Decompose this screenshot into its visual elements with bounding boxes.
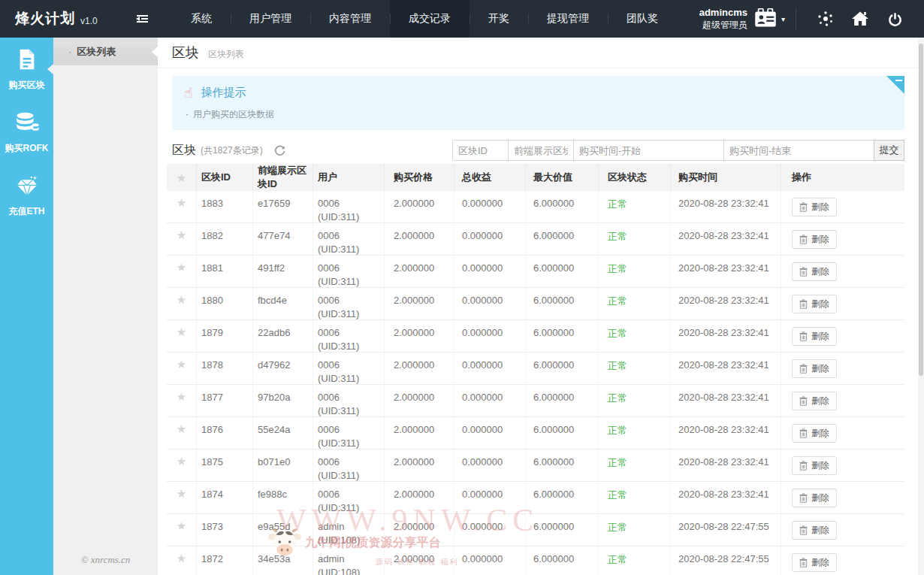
display-block-id: b071e0: [253, 449, 313, 481]
user-cell: admin (UID:108): [313, 546, 385, 575]
total-profit: 0.000000: [454, 256, 526, 287]
user-info: admincms 超级管理员: [699, 7, 747, 30]
favorite-star-icon[interactable]: ★: [177, 262, 186, 287]
user-menu[interactable]: admincms 超级管理员 ▾: [699, 7, 785, 30]
id-card-icon: [754, 8, 777, 30]
delete-button[interactable]: 删除: [792, 456, 837, 475]
user-role: 超级管理员: [699, 20, 747, 31]
nav-item[interactable]: 成交记录: [390, 0, 470, 38]
max-value: 6.000000: [526, 191, 599, 222]
max-value: 6.000000: [526, 514, 599, 546]
status-badge: 正常: [608, 554, 627, 565]
trash-icon: [799, 396, 808, 406]
delete-button[interactable]: 删除: [792, 521, 837, 540]
status-badge: 正常: [608, 360, 627, 371]
delete-button[interactable]: 删除: [792, 230, 837, 249]
buy-time: 2020-08-28 23:32:41: [671, 353, 781, 384]
user-name: 0006: [318, 327, 384, 338]
delete-button[interactable]: 删除: [792, 198, 837, 216]
favorite-star-icon[interactable]: ★: [177, 359, 186, 384]
power-icon[interactable]: [886, 10, 904, 28]
user-uid: (UID:311): [318, 373, 384, 384]
display-block-input[interactable]: [508, 140, 574, 161]
buy-price: 2.000000: [385, 288, 454, 319]
favorite-star-icon[interactable]: ★: [177, 552, 186, 575]
module-sidebar: 购买区块 购买ROFK 充值ETH: [0, 38, 53, 575]
total-profit: 0.000000: [454, 223, 526, 255]
delete-button[interactable]: 删除: [792, 359, 837, 378]
user-name: 0006: [318, 359, 384, 371]
user-name: 0006: [318, 198, 384, 209]
nav-item[interactable]: 内容管理: [310, 0, 390, 38]
block-id: 1882: [197, 223, 253, 255]
favorite-star-icon[interactable]: ★: [177, 326, 186, 352]
favorite-star-icon[interactable]: ★: [177, 294, 186, 319]
sidebar-item-buy-rofk[interactable]: 购买ROFK: [0, 101, 53, 164]
max-value: 6.000000: [526, 417, 599, 449]
max-value: 6.000000: [526, 353, 599, 384]
status-badge: 正常: [608, 489, 627, 501]
active-arrow: [47, 64, 53, 74]
home-icon[interactable]: [851, 10, 869, 28]
submenu-item-block-list[interactable]: · 区块列表: [53, 38, 158, 65]
block-id: 1880: [197, 288, 253, 319]
table-row: ★ 1875 b071e0 0006 (UID:311) 2.000000 0.…: [167, 449, 904, 482]
database-icon: [14, 110, 40, 138]
total-profit: 0.000000: [454, 288, 526, 319]
favorite-star-icon[interactable]: ★: [177, 455, 186, 481]
delete-button[interactable]: 删除: [792, 327, 837, 346]
buy-time-end-input[interactable]: [723, 140, 874, 161]
favorite-star-icon[interactable]: ★: [177, 197, 186, 222]
copyright: © xnrcms.cn: [53, 554, 158, 566]
delete-button[interactable]: 删除: [792, 424, 837, 443]
favorite-star-icon[interactable]: ★: [177, 423, 186, 449]
buy-time-start-input[interactable]: [573, 140, 724, 161]
record-count: (共1827条记录): [201, 144, 263, 157]
table-toolbar: 区块 (共1827条记录) 提交: [172, 140, 904, 161]
nav-item[interactable]: 开奖: [470, 0, 528, 38]
sidebar-item-recharge-eth[interactable]: 充值ETH: [0, 164, 53, 227]
block-id: 1876: [197, 417, 253, 449]
display-block-id: fe988c: [253, 482, 313, 513]
nav-item[interactable]: 用户管理: [231, 0, 310, 38]
favorite-star-icon[interactable]: ★: [177, 488, 186, 513]
table-header: ★ 区块ID 前端展示区块ID 用户 购买价格 总收益 最大价值 区块状态 购买…: [167, 164, 904, 191]
block-id: 1873: [197, 514, 253, 546]
display-block-id: 55e24a: [253, 417, 313, 449]
user-name: 0006: [318, 424, 384, 435]
nav-item[interactable]: 系统: [172, 0, 231, 38]
col-profit: 总收益: [454, 164, 526, 191]
display-block-id: 477e74: [253, 223, 313, 255]
collapse-toggle-icon[interactable]: [886, 76, 904, 94]
scrollbar-thumb[interactable]: [919, 44, 923, 376]
nav-item[interactable]: 团队奖: [608, 0, 677, 38]
delete-button[interactable]: 删除: [792, 392, 837, 410]
nav-item[interactable]: 提现管理: [528, 0, 608, 38]
sidebar-collapse-icon[interactable]: [126, 0, 159, 38]
favorite-star-icon[interactable]: ★: [177, 229, 186, 255]
status-badge: 正常: [608, 295, 627, 307]
table-row: ★ 1874 fe988c 0006 (UID:311) 2.000000 0.…: [167, 482, 904, 514]
buy-time: 2020-08-28 23:32:41: [671, 320, 781, 352]
breadcrumb: 区块 区块列表: [158, 38, 918, 68]
submit-button[interactable]: 提交: [874, 140, 904, 161]
block-id: 1883: [197, 191, 253, 222]
delete-button[interactable]: 删除: [792, 295, 837, 313]
user-uid: (UID:108): [318, 567, 384, 575]
app-version: v1.0: [80, 16, 98, 26]
max-value: 6.000000: [526, 320, 599, 352]
refresh-icon[interactable]: [274, 145, 285, 156]
delete-button[interactable]: 删除: [792, 553, 837, 572]
block-id-input[interactable]: [452, 140, 509, 161]
favorite-star-icon[interactable]: ★: [177, 520, 186, 546]
user-name: admincms: [699, 7, 747, 19]
sidebar-item-buy-block[interactable]: 购买区块: [0, 38, 53, 101]
trash-icon: [799, 428, 808, 438]
favorite-star-icon[interactable]: ★: [177, 391, 186, 416]
clear-cache-icon[interactable]: [817, 10, 835, 28]
buy-price: 2.000000: [385, 514, 454, 546]
delete-button[interactable]: 删除: [792, 262, 837, 281]
table-row: ★ 1878 d47962 0006 (UID:311) 2.000000 0.…: [167, 353, 904, 385]
user-name: 0006: [318, 456, 384, 468]
delete-button[interactable]: 删除: [792, 489, 837, 507]
